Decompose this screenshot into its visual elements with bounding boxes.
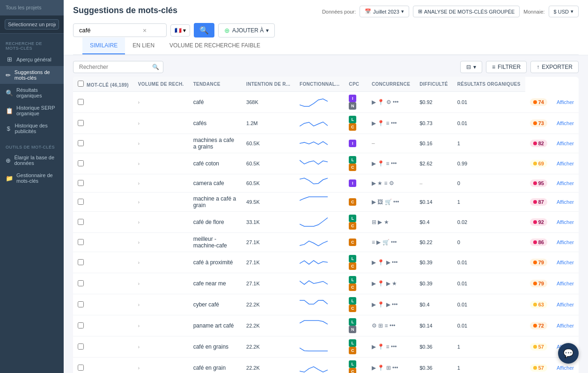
search-button[interactable]: 🔍 (194, 23, 214, 37)
row-checkbox[interactable] (78, 365, 84, 371)
row-checkbox[interactable] (78, 219, 84, 225)
sidebar-item-gestionnaire[interactable]: 📁Gestionnaire de mots-clés (0, 169, 64, 187)
sidebar-icon-suggestions: ✏ (6, 72, 11, 79)
diff-dot (533, 366, 537, 370)
expand-icon[interactable]: › (138, 141, 140, 146)
concurrence-value: 0.02 (457, 219, 467, 225)
sidebar-item-resultats[interactable]: 🔍Résultats organiques (0, 84, 64, 102)
col-header-1[interactable]: VOLUME DE RECH. (133, 77, 189, 92)
row-checkbox[interactable] (78, 99, 84, 105)
top-controls: Données pour: 📅 Juillet 2023 ▾ ⊞ ANALYSE… (322, 6, 579, 17)
cpc-value: $0.73 (419, 120, 433, 126)
afficher-link[interactable]: Afficher (557, 302, 574, 307)
afficher-link[interactable]: Afficher (557, 120, 574, 126)
keyword-search-input[interactable] (77, 24, 143, 37)
organic-cell: Afficher (552, 294, 579, 315)
tab-en-lien[interactable]: EN LIEN (125, 37, 162, 54)
col-header-2[interactable]: TENDANCE (189, 77, 242, 92)
intent-cell: LC (344, 153, 367, 174)
diff-badge: 87 (530, 198, 547, 206)
row-checkbox[interactable] (78, 259, 84, 265)
row-checkbox[interactable] (78, 322, 84, 328)
afficher-link[interactable]: Afficher (557, 99, 574, 105)
expand-icon[interactable]: › (138, 302, 140, 307)
clear-search-button[interactable]: × (143, 27, 147, 34)
volume-cell: 27.1K (242, 233, 295, 252)
col-header-7[interactable]: DIFFICULTÉ (415, 77, 453, 92)
afficher-link[interactable]: Afficher (557, 199, 574, 205)
difficulty-cell: 95 (525, 174, 552, 193)
export-button[interactable]: ↑ EXPORTER (530, 61, 579, 73)
table-search-input[interactable] (77, 61, 152, 73)
trend-cell (295, 336, 344, 358)
expand-icon[interactable]: › (138, 240, 140, 245)
sidebar-item-historique-pub[interactable]: $Historique des publicités (0, 119, 64, 137)
columns-button[interactable]: ⊟ ▾ (460, 61, 482, 73)
expand-icon[interactable]: › (138, 344, 140, 350)
keyword-name: café à proximité (193, 259, 233, 266)
afficher-link[interactable]: Afficher (557, 180, 574, 186)
row-checkbox-cell (73, 153, 133, 174)
intent-cell: LC (344, 358, 367, 373)
expand-icon[interactable]: › (138, 181, 140, 186)
row-checkbox[interactable] (78, 280, 84, 286)
add-to-button[interactable]: ⊕ AJOUTER À ▾ (218, 23, 275, 37)
row-checkbox-cell (73, 252, 133, 273)
col-header-5[interactable]: CPC (344, 77, 367, 92)
tab-similaire[interactable]: SIMILAIRE (82, 37, 125, 54)
expand-icon[interactable]: › (138, 281, 140, 286)
intent-badge-n: N (349, 326, 356, 333)
col-header-6[interactable]: CONCURRENCE (367, 77, 415, 92)
afficher-link[interactable]: Afficher (557, 323, 574, 328)
expand-icon[interactable]: › (138, 366, 140, 371)
difficulty-cell: 86 (525, 233, 552, 252)
afficher-link[interactable]: Afficher (557, 141, 574, 146)
expand-icon[interactable]: › (138, 161, 140, 166)
row-checkbox[interactable] (78, 343, 84, 350)
sidebar-item-elargir[interactable]: ⊕Élargir la base de données (0, 151, 64, 169)
currency-button[interactable]: $ USD ▾ (549, 6, 579, 17)
table-row: › meilleur -machine-cafe 27.1K C ≡ ▶ 🛒 •… (73, 233, 579, 252)
keyword-search-wrap: × (73, 23, 167, 37)
cpc-value: $0.22 (419, 239, 433, 245)
row-checkbox[interactable] (78, 160, 84, 166)
afficher-link[interactable]: Afficher (557, 260, 574, 265)
col-header-4[interactable]: FONCTIONNAL... (295, 77, 344, 92)
row-checkbox[interactable] (78, 180, 84, 186)
col-header-3[interactable]: INTENTION DE R... (242, 77, 295, 92)
sidebar-item-apercu[interactable]: ⊞Aperçu général (0, 52, 64, 66)
date-button[interactable]: 📅 Juillet 2023 ▾ (360, 6, 409, 17)
expand-icon[interactable]: › (138, 100, 140, 105)
col-header-8[interactable]: RÉSULTATS ORGANIQUES (453, 77, 525, 92)
intent-badge-c: C (349, 123, 356, 131)
afficher-link[interactable]: Afficher (557, 161, 574, 166)
select-all-checkbox[interactable] (78, 81, 84, 87)
language-flag-button[interactable]: 🇫🇷 ▾ (170, 24, 190, 37)
sidebar-item-suggestions[interactable]: ✏Suggestions de mots-clés (0, 66, 64, 84)
expand-icon[interactable]: › (138, 121, 140, 126)
keyword-cell: cafés (189, 113, 242, 134)
afficher-link[interactable]: Afficher (557, 239, 574, 245)
row-checkbox[interactable] (78, 199, 84, 205)
afficher-link[interactable]: Afficher (557, 219, 574, 225)
row-checkbox[interactable] (78, 140, 84, 146)
filter-button[interactable]: ≡ FILTRER (486, 61, 527, 73)
chat-bubble[interactable]: 💬 (558, 343, 579, 364)
expand-icon[interactable]: › (138, 220, 140, 225)
row-checkbox[interactable] (78, 120, 84, 126)
trend-sparkline (300, 196, 328, 207)
tab-volume-faible[interactable]: VOLUME DE RECHERCHE FAIBLE (162, 37, 268, 54)
expand-icon[interactable]: › (138, 323, 140, 328)
project-select[interactable]: Sélectionnez un projet (5, 19, 59, 30)
intent-badge-i: I (349, 95, 356, 102)
sidebar-all-projects[interactable]: Tous les projets (0, 0, 64, 15)
sidebar-item-historique-serp[interactable]: 📋Historique SERP organique (0, 102, 64, 119)
row-checkbox[interactable] (78, 301, 84, 307)
analysis-button[interactable]: ⊞ ANALYSE DE MOTS-CLÉS GROUPÉE (413, 6, 520, 17)
afficher-link[interactable]: Afficher (557, 281, 574, 286)
keyword-expand-cell: › (133, 315, 189, 336)
expand-icon[interactable]: › (138, 260, 140, 265)
row-checkbox[interactable] (78, 239, 84, 245)
afficher-link[interactable]: Afficher (557, 365, 574, 371)
expand-icon[interactable]: › (138, 200, 140, 205)
